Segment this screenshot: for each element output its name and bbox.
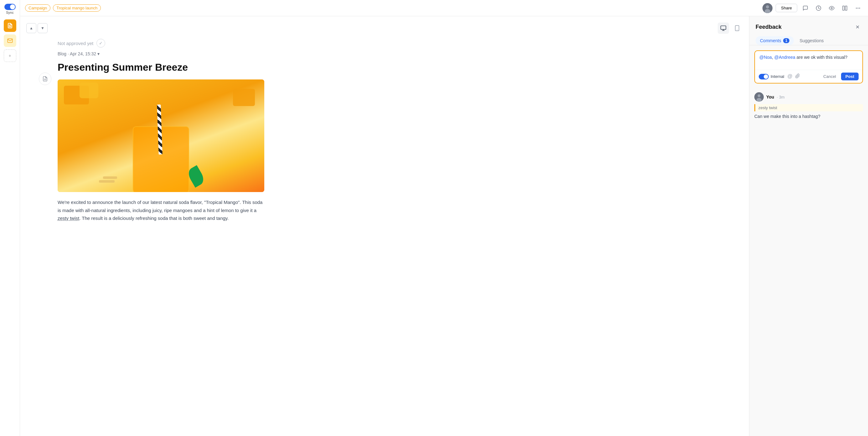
article-title: Presenting Summer Breeze [58,61,264,73]
nav-up-button[interactable]: ▲ [26,23,36,33]
comment-input-footer: Internal @ Cancel Post [755,70,862,83]
comment-avatar [754,92,764,102]
topbar-right: Share [763,3,863,13]
svg-point-11 [860,8,860,8]
comment-author: You [766,95,774,99]
attachment-icon[interactable] [795,73,800,80]
add-icon[interactable]: + [4,49,16,62]
cancel-button[interactable]: Cancel [821,73,838,80]
comments-icon[interactable] [800,3,810,13]
tab-comments-label: Comments [760,38,781,43]
doc-icon-container [39,73,51,85]
article-body: We're excited to announce the launch of … [58,198,264,223]
svg-rect-15 [735,26,739,31]
tab-suggestions[interactable]: Suggestions [795,36,828,45]
more-icon[interactable] [853,3,863,13]
post-button[interactable]: Post [841,73,859,80]
internal-label: Internal [771,74,784,79]
sync-toggle[interactable] [4,4,16,10]
comment-quote: zesty twist [754,104,863,111]
desktop-view-button[interactable] [718,23,729,34]
svg-rect-12 [721,26,726,30]
doc-icon-button[interactable] [39,73,51,85]
feedback-header: Feedback ✕ [749,16,868,31]
article-image [58,79,264,192]
feedback-title: Feedback [755,24,782,30]
document-icon[interactable] [4,20,16,32]
svg-point-10 [858,8,858,8]
comment-input-text: are we ok with this visual? [795,55,848,60]
svg-point-20 [758,95,761,97]
editor-toolbar: ▲ ▼ [20,23,749,39]
feedback-body: @Noa, @Andreea are we ok with this visua… [749,45,868,436]
comment-input-box: @Noa, @Andreea are we ok with this visua… [754,51,863,83]
feedback-tabs: Comments 1 Suggestions [749,31,868,45]
tab-suggestions-label: Suggestions [799,38,824,43]
comment-item: You · 3m zesty twist Can we make this in… [749,89,868,124]
editor-panel: ▲ ▼ [20,16,749,436]
svg-rect-7 [843,6,844,10]
feedback-panel: Feedback ✕ Comments 1 Suggestions @Noa, … [749,16,868,436]
tab-comments[interactable]: Comments 1 [755,36,794,45]
nav-down-button[interactable]: ▼ [38,23,48,33]
comment-input-content[interactable]: @Noa, @Andreea are we ok with this visua… [755,51,862,70]
at-mention-icon[interactable]: @ [787,73,792,80]
approval-row: Not approved yet ✓ [20,39,749,51]
mention-andreea: @Andreea [774,55,795,60]
article-body-text1: We're excited to announce the launch of … [58,200,262,213]
svg-point-21 [756,98,762,102]
svg-point-9 [856,8,857,8]
comment-time: · 3m [777,95,784,99]
not-approved-text: Not approved yet [58,41,93,46]
nav-arrows: ▲ ▼ [26,23,48,33]
internal-toggle: Internal [759,74,784,79]
share-button[interactable]: Share [776,4,797,12]
input-icons: @ [787,73,800,80]
campaign-badge[interactable]: Campaign [25,4,51,11]
sidebar: Sync + [0,0,20,436]
internal-toggle-switch[interactable] [759,74,769,79]
comment-body: Can we make this into a hashtag? [754,113,863,120]
mail-icon[interactable] [4,34,16,47]
svg-rect-8 [845,6,847,10]
blog-meta-dropdown[interactable]: Blog · Apr 24, 15:32 ▾ [58,51,100,56]
user-avatar[interactable] [763,3,773,13]
view-toggle [718,23,743,34]
mobile-view-button[interactable] [732,23,743,34]
svg-point-3 [766,5,769,8]
sync-label: Sync [6,11,13,14]
topbar: Campaign Tropical mango launch Share [20,0,868,16]
svg-point-6 [831,7,833,9]
comments-badge: 1 [783,38,790,43]
layout-icon[interactable] [840,3,850,13]
article-content: Presenting Summer Breeze [20,61,302,223]
article-body-text2: . The result is a deliciously refreshing… [79,215,228,221]
blog-meta-text: Blog · Apr 24, 15:32 [58,51,96,56]
main-area: ▲ ▼ [20,16,868,436]
comment-header: You · 3m [754,92,863,102]
sync-section: Sync [4,4,16,14]
mention-noa: @Noa [760,55,772,60]
dropdown-arrow-icon: ▾ [97,51,100,56]
close-feedback-button[interactable]: ✕ [853,23,862,31]
history-icon[interactable] [813,3,824,13]
input-actions: Cancel Post [821,73,859,80]
launch-badge[interactable]: Tropical mango launch [53,4,101,11]
blog-meta: Blog · Apr 24, 15:32 ▾ [20,51,749,61]
mention-separator: , [772,55,774,60]
smoothie-image [58,79,264,192]
article-zesty-text: zesty twist [58,215,79,221]
view-icon[interactable] [827,3,837,13]
approve-button[interactable]: ✓ [96,39,105,47]
